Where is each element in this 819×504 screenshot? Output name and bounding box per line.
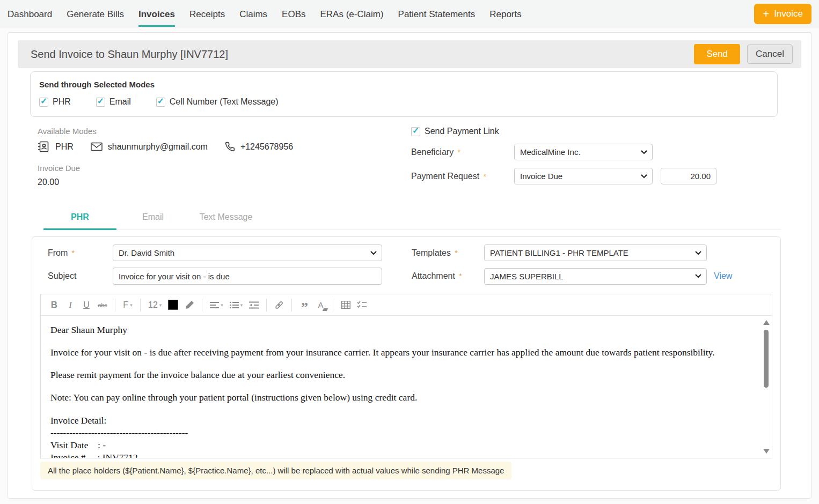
view-attachment-link[interactable]: View	[714, 271, 732, 281]
available-modes-heading: Available Modes	[38, 127, 411, 136]
templates-select[interactable]: PATIENT BILLING1 - PHR TEMPLATE	[484, 244, 707, 261]
add-invoice-button[interactable]: + Invoice	[754, 4, 811, 24]
nav-eras[interactable]: ERAs (e-Claim)	[320, 2, 384, 27]
beneficiary-selected-value: MedicalMine Inc.	[520, 147, 581, 157]
cancel-button[interactable]: Cancel	[747, 45, 793, 64]
beneficiary-select[interactable]: MedicalMine Inc.	[514, 144, 653, 160]
send-modes-section: Send through Selected Modes ✓ PHR ✓ Emai…	[30, 71, 778, 117]
task-list-button[interactable]	[355, 298, 369, 313]
highlight-button[interactable]	[182, 298, 196, 313]
required-marker: *	[71, 248, 75, 257]
text-color-button[interactable]	[166, 298, 180, 313]
nav-generate-bills[interactable]: Generate Bills	[67, 2, 124, 27]
payment-request-selected-value: Invoice Due	[520, 172, 562, 181]
checkbox-icon: ✓	[156, 98, 165, 107]
bold-button[interactable]: B	[47, 298, 61, 313]
table-icon	[341, 301, 350, 309]
editor-paragraph: Dear Shaun Murphy	[50, 324, 747, 336]
tab-email[interactable]: Email	[116, 208, 189, 230]
nav-claims[interactable]: Claims	[239, 2, 267, 27]
available-modes-row: PHR shaunmurphy@gmail.com +1245678956	[38, 140, 411, 153]
message-tabs: PHR Email Text Message	[43, 208, 781, 230]
editor-content[interactable]: Dear Shaun Murphy Invoice for your visit…	[41, 316, 772, 458]
attachment-select[interactable]: JAMES SUPERBILL	[484, 268, 707, 285]
font-size-button[interactable]: 12▾	[146, 298, 164, 313]
send-modes-heading: Send through Selected Modes	[39, 80, 769, 89]
from-label: From*	[40, 248, 113, 258]
eraser-icon	[323, 308, 328, 311]
from-selected-value: Dr. David Smith	[119, 248, 174, 257]
indent-button[interactable]	[247, 298, 261, 313]
chevron-down-icon	[641, 150, 647, 154]
italic-button[interactable]: I	[63, 298, 77, 313]
tab-phr[interactable]: PHR	[43, 208, 116, 230]
editor-paragraph: Note: You can pay online through your pa…	[50, 392, 747, 403]
nav-dashboard[interactable]: Dashboard	[8, 2, 52, 27]
payment-request-select[interactable]: Invoice Due	[514, 168, 653, 184]
nav-eobs[interactable]: EOBs	[282, 2, 305, 27]
indent-icon	[249, 301, 259, 309]
caret-down-icon: ▾	[159, 302, 162, 308]
nav-receipts[interactable]: Receipts	[189, 2, 225, 27]
mode-checkbox-phr[interactable]: ✓ PHR	[39, 97, 71, 107]
invoice-due-label: Invoice Due	[38, 164, 411, 173]
font-family-button[interactable]: F▾	[121, 298, 135, 313]
send-button[interactable]: Send	[694, 44, 740, 64]
required-marker: *	[457, 147, 460, 157]
align-button[interactable]: ▾	[208, 298, 225, 313]
mode-cell-label: Cell Number (Text Message)	[170, 97, 279, 107]
strikethrough-button[interactable]: abc	[96, 298, 109, 313]
checkbox-icon: ✓	[39, 98, 48, 107]
editor-paragraph: Please remit payment for the invoice bal…	[50, 369, 747, 381]
scrollbar-thumb[interactable]	[764, 330, 769, 388]
pen-icon	[185, 300, 194, 309]
phr-message-form: From* Dr. David Smith Templates* PATIENT…	[32, 236, 781, 491]
mode-checkbox-cell[interactable]: ✓ Cell Number (Text Message)	[156, 97, 279, 107]
scroll-up-icon[interactable]	[763, 320, 770, 325]
page-title: Send Invoice to Shaun Murphy [INV7712]	[31, 48, 228, 61]
send-payment-link-checkbox[interactable]: ✓ Send Payment Link	[411, 127, 499, 136]
tab-text-message[interactable]: Text Message	[189, 208, 262, 230]
table-button[interactable]	[339, 298, 353, 313]
available-phr-label: PHR	[55, 142, 74, 152]
link-button[interactable]	[272, 298, 286, 313]
phone-icon	[225, 142, 235, 152]
subject-label: Subject	[40, 271, 113, 281]
nav-reports[interactable]: Reports	[489, 2, 522, 27]
placeholder-note: All the place holders (${Patient.Name}, …	[40, 462, 511, 479]
list-button[interactable]: ▾	[228, 298, 245, 313]
send-payment-link-label: Send Payment Link	[425, 127, 499, 136]
required-marker: *	[483, 172, 486, 181]
payment-amount-input[interactable]	[661, 168, 716, 184]
templates-selected-value: PATIENT BILLING1 - PHR TEMPLATE	[490, 248, 628, 257]
nav-patient-statements[interactable]: Patient Statements	[398, 2, 476, 27]
align-left-icon	[210, 301, 219, 309]
send-invoice-panel: Send Invoice to Shaun Murphy [INV7712] S…	[8, 32, 811, 499]
mode-checkbox-email[interactable]: ✓ Email	[96, 97, 131, 107]
payment-request-row: Payment Request* Invoice Due	[411, 168, 778, 184]
caret-down-icon: ▾	[221, 302, 223, 308]
link-icon	[274, 300, 284, 310]
contact-card-icon	[38, 140, 50, 153]
subject-input[interactable]	[113, 268, 382, 285]
required-marker: *	[459, 271, 462, 280]
blockquote-button[interactable]: ”	[297, 298, 311, 313]
header-actions: Send Cancel	[694, 44, 793, 64]
clear-format-button[interactable]: A	[313, 298, 327, 313]
caret-down-icon: ▾	[130, 302, 133, 308]
available-email-value: shaunmurphy@gmail.com	[108, 142, 208, 152]
attachment-selected-value: JAMES SUPERBILL	[490, 272, 564, 281]
underline-button[interactable]: U	[79, 298, 93, 313]
task-list-icon	[357, 301, 367, 309]
email-icon	[91, 142, 103, 151]
available-modes-section: Available Modes PHR	[30, 127, 411, 192]
invoice-due-value: 20.00	[38, 177, 411, 187]
nav-invoices[interactable]: Invoices	[138, 2, 175, 27]
editor-scrollbar[interactable]	[762, 318, 770, 456]
panel-header: Send Invoice to Shaun Murphy [INV7712] S…	[18, 40, 801, 68]
add-invoice-label: Invoice	[774, 9, 803, 19]
from-select[interactable]: Dr. David Smith	[113, 244, 382, 261]
checkbox-icon: ✓	[96, 98, 105, 107]
send-modes-row: ✓ PHR ✓ Email ✓ Cell Number (Text Messag…	[39, 97, 769, 107]
scroll-down-icon[interactable]	[763, 449, 770, 454]
